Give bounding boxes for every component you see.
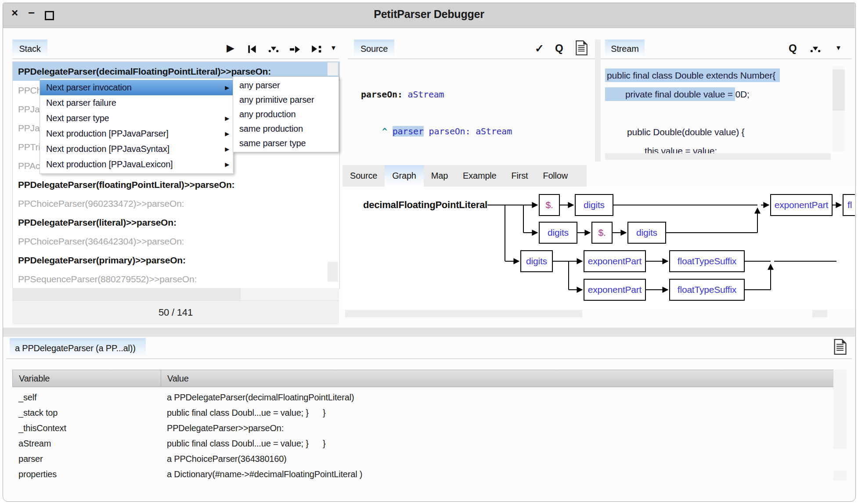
stream-panel-tab[interactable]: Stream: [605, 40, 645, 58]
graph-node-label: exponentPart: [775, 200, 829, 210]
submenu-item-any-production[interactable]: any production: [233, 107, 339, 122]
submenu-item-same-parser-type[interactable]: same parser type: [233, 136, 339, 151]
stack-panel-tab[interactable]: Stack: [12, 40, 47, 58]
graph-node-label: fl: [847, 200, 852, 210]
graph-hscrollbar[interactable]: [345, 310, 582, 317]
tab-source[interactable]: Source: [342, 165, 385, 187]
search-icon[interactable]: Q: [555, 42, 563, 54]
inspector-tab-underline: [6, 358, 852, 359]
restart-icon[interactable]: [247, 44, 258, 56]
inspector-vscrollbar-fragment[interactable]: [833, 471, 847, 480]
stream-vscrollbar[interactable]: [833, 66, 845, 152]
graph-node-label: $.: [545, 200, 553, 210]
graph-root-label: decimalFloatingPointLiteral: [363, 199, 487, 210]
menu-item-next-parser-type[interactable]: Next parser type▶: [40, 111, 233, 126]
source-tab-underline: [348, 58, 595, 59]
parser-graph-canvas[interactable]: decimalFloatingPointLiteral $. digits ex…: [342, 187, 855, 310]
menu-item-label: Next parser type: [46, 113, 109, 123]
stack-hscrollbar[interactable]: [12, 288, 339, 300]
column-header-variable[interactable]: Variable: [12, 370, 164, 387]
proceed-icon[interactable]: ▶: [227, 42, 234, 54]
source-code-editor[interactable]: parseOn: aStream ^ parser parseOn: aStre…: [361, 68, 512, 158]
stack-vscrollbar[interactable]: [328, 62, 338, 76]
source-code-line1: parseOn: aStream: [361, 89, 512, 100]
panel-separator[interactable]: [3, 328, 855, 337]
menu-item-next-production-ppjavaparser[interactable]: Next production [PPJavaParser]▶: [40, 126, 233, 141]
submenu-item-any-parser[interactable]: any parser: [233, 78, 339, 93]
stack-frame[interactable]: PPChoiceParser(364642304)>>parseOn:: [13, 232, 339, 251]
tab-graph[interactable]: Graph: [385, 165, 424, 187]
tab-map-label: Map: [431, 171, 448, 181]
stream-tab-label: Stream: [611, 44, 638, 54]
graph-node-label: $.: [598, 227, 606, 238]
stack-frame[interactable]: PPSequenceParser(880279552)>>parseOn:: [13, 270, 339, 288]
stack-frame[interactable]: PPDelegateParser(literal)>>parseOn:: [13, 213, 339, 232]
stack-frame[interactable]: PPDelegateParser(floatingPointLiteral)>>…: [13, 175, 339, 194]
receiver-highlighted: parser: [393, 126, 424, 137]
stream-vscrollbar-thumb[interactable]: [833, 69, 845, 111]
stream-line4: public Double(double value) {: [605, 122, 832, 141]
context-submenu: any parser any primitive parser any prod…: [233, 76, 339, 152]
value-header-label: Value: [167, 374, 189, 384]
stack-menu-dropdown-icon[interactable]: ▼: [330, 44, 337, 51]
tab-map[interactable]: Map: [424, 165, 455, 187]
tab-first[interactable]: First: [504, 165, 536, 187]
stream-search-icon[interactable]: Q: [789, 42, 797, 54]
stack-hscrollbar-thumb[interactable]: [12, 288, 241, 300]
value-cell: a Dictionary(#name->#decimalFloatingPoin…: [167, 467, 362, 482]
value-cell: public final class Doubl...ue = value; }…: [167, 436, 325, 451]
submenu-item-any-primitive-parser[interactable]: any primitive parser: [233, 93, 339, 107]
stream-line2-rest: 0D;: [735, 89, 749, 99]
graph-hscrollbar-thumb[interactable]: [812, 310, 827, 317]
inspector-table: _selfa PPDelegateParser(decimalFloatingP…: [12, 390, 832, 405]
source-menu-icon[interactable]: [575, 40, 588, 57]
menu-item-next-production-ppjavasyntax[interactable]: Next production [PPJavaSyntax]▶: [40, 141, 233, 157]
submenu-item-same-production[interactable]: same production: [233, 122, 339, 136]
column-header-value[interactable]: Value: [161, 370, 839, 387]
source-tab-label: Source: [361, 44, 388, 54]
graph-node-label: floatTypeSuffix: [678, 256, 737, 266]
variable-cell: _thisContext: [18, 421, 66, 436]
message-send: parseOn:: [429, 126, 471, 137]
petitparser-debugger-window: × − PetitParser Debugger Stack ▶ ▼ PPDel…: [0, 0, 858, 504]
stream-content[interactable]: public final class Double extends Number…: [605, 66, 832, 160]
submenu-arrow-icon: ▶: [225, 141, 229, 157]
tab-follow-label: Follow: [543, 171, 568, 181]
menu-item-next-parser-invocation[interactable]: Next parser invocation▶: [40, 80, 233, 95]
step-into-icon[interactable]: [268, 44, 279, 56]
inspector-panel-tab[interactable]: a PPDelegateParser (a PP...al)): [10, 338, 146, 358]
accept-icon[interactable]: ✓: [535, 42, 544, 55]
method-argument: aStream: [408, 89, 444, 100]
variable-cell: _stack top: [18, 405, 58, 421]
parser-graph-svg: decimalFloatingPointLiteral $. digits ex…: [342, 187, 855, 310]
menu-item-next-production-ppjavalexicon[interactable]: Next production [PPJavaLexicon]▶: [40, 157, 233, 172]
tab-follow[interactable]: Follow: [535, 165, 575, 187]
stack-frame-counter: 50 / 141: [159, 307, 193, 318]
inspector-menu-icon[interactable]: [833, 339, 847, 356]
stack-vscrollbar-thumb[interactable]: [328, 262, 338, 282]
message-argument: aStream: [476, 126, 512, 137]
menu-item-label: Next production [PPJavaParser]: [46, 129, 169, 138]
graph-node-label: digits: [526, 256, 547, 266]
menu-item-label: Next production [PPJavaLexicon]: [46, 159, 173, 169]
stack-frame[interactable]: PPChoiceParser(960233472)>>parseOn:: [13, 194, 339, 213]
graph-tab-bar: Source Graph Map Example First Follow: [342, 165, 587, 187]
source-panel-tab[interactable]: Source: [354, 40, 394, 58]
stack-frame[interactable]: PPDelegateParser(primary)>>parseOn:: [13, 251, 339, 270]
inspector-vscrollbar[interactable]: [833, 370, 847, 449]
menu-item-next-parser-failure[interactable]: Next parser failure: [40, 95, 233, 111]
menu-item-label: Next production [PPJavaSyntax]: [46, 144, 169, 154]
step-over-icon[interactable]: [289, 44, 300, 56]
stream-hscrollbar[interactable]: [605, 153, 831, 160]
step-through-icon[interactable]: [311, 44, 322, 56]
stream-step-into-icon[interactable]: [810, 44, 821, 56]
variable-cell: parser: [18, 451, 43, 467]
tab-example-label: Example: [463, 171, 496, 181]
tab-example[interactable]: Example: [455, 165, 504, 187]
stack-tab-label: Stack: [19, 44, 40, 54]
graph-node-label: exponentPart: [588, 284, 642, 295]
tab-source-label: Source: [350, 171, 377, 181]
stream-dropdown-icon[interactable]: ▼: [835, 44, 842, 51]
tab-first-label: First: [512, 171, 528, 181]
source-code-line2: ^ parser parseOn: aStream: [361, 126, 512, 137]
